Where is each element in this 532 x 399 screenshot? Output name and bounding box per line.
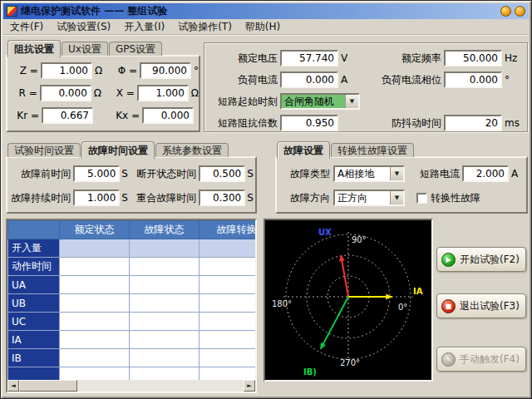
manual-trigger-button[interactable]: ✎ 手动触发(F4) — [436, 347, 526, 372]
table-cell[interactable] — [130, 294, 200, 313]
rated-voltage-unit: V — [338, 52, 355, 64]
table-cell[interactable] — [60, 276, 130, 294]
tab-gps-settings[interactable]: GPS设置 — [109, 42, 162, 56]
table-row[interactable]: UB — [8, 294, 258, 313]
table-cell[interactable] — [130, 239, 200, 258]
chevron-down-icon[interactable]: ▼ — [345, 95, 358, 108]
table-cell[interactable] — [130, 258, 200, 276]
tab-fault-time-settings[interactable]: 故障时间设置 — [81, 141, 155, 159]
start-icon: ▶ — [441, 253, 456, 267]
scroll-track[interactable] — [77, 380, 244, 392]
row-header: UC — [8, 313, 60, 331]
fault-duration-unit: S — [120, 192, 130, 204]
table-cell[interactable] — [130, 331, 200, 349]
menu-file[interactable]: 文件(F) — [3, 18, 50, 36]
rated-frequency-input[interactable] — [444, 50, 502, 66]
minimize-button[interactable] — [500, 6, 511, 17]
impedance-tabs: 阻抗设置 Ux设置 GPS设置 — [6, 39, 200, 56]
fault-tab-body: 故障类型 A相接地 ▼ 短路电流 A 故障方向 正方向 ▼ 转换性故障 — [275, 156, 528, 214]
fault-duration-input[interactable] — [73, 190, 120, 206]
chevron-down-icon[interactable]: ▼ — [390, 191, 403, 204]
phi-label: Φ = — [108, 65, 137, 76]
table-cell[interactable] — [60, 258, 130, 276]
table-cell[interactable] — [200, 276, 258, 294]
exit-test-button[interactable]: ■ 退出试验(F3) — [436, 293, 526, 318]
table-cell[interactable] — [200, 349, 258, 367]
table-row[interactable]: 开入量 — [8, 239, 258, 258]
phi-input[interactable] — [140, 62, 191, 79]
table-cell[interactable] — [60, 294, 130, 313]
short-current-input[interactable] — [462, 165, 509, 182]
checkbox-icon[interactable] — [416, 193, 427, 204]
tab-ux-settings[interactable]: Ux设置 — [62, 42, 108, 56]
convertible-fault-checkbox[interactable]: 转换性故障 — [416, 191, 480, 205]
tab-test-time-settings[interactable]: 试验时间设置 — [7, 143, 81, 157]
kx-input[interactable] — [142, 107, 194, 124]
row-header: IB — [8, 349, 60, 367]
deg180-label: 180° — [272, 299, 292, 308]
deg90-label: 90° — [352, 235, 367, 244]
table-row[interactable]: IB — [8, 349, 258, 367]
rated-voltage-input[interactable] — [280, 50, 338, 66]
table-cell[interactable] — [200, 313, 258, 331]
open-state-time-input[interactable] — [199, 165, 245, 182]
table-row[interactable]: 动作时间 — [8, 258, 258, 276]
table-cell[interactable] — [200, 258, 258, 276]
vector-diagram: UX 90° IA 0° 180° 270° IB) — [264, 219, 433, 382]
tab-impedance-settings[interactable]: 阻抗设置 — [7, 40, 61, 57]
x-input[interactable] — [137, 85, 189, 101]
table-cell[interactable] — [200, 331, 258, 349]
table-cell[interactable] — [60, 349, 130, 367]
ux-axis-label: UX — [318, 228, 332, 237]
load-current-input[interactable] — [280, 71, 338, 88]
tab-convertible-fault-settings[interactable]: 转换性故障设置 — [331, 143, 414, 157]
table-cell[interactable] — [200, 294, 258, 313]
start-test-button[interactable]: ▶ 开始试验(F2) — [436, 247, 526, 272]
ia-axis-label: IA — [413, 287, 423, 296]
debounce-input[interactable] — [444, 115, 502, 131]
impedance-ratio-input[interactable] — [280, 115, 338, 131]
menu-test-settings[interactable]: 试验设置(S) — [50, 18, 117, 36]
kr-label: Kr = — [14, 110, 39, 121]
table-cell[interactable] — [60, 331, 130, 349]
load-phase-input[interactable] — [444, 71, 502, 88]
z-input[interactable] — [41, 62, 92, 79]
timing-tab-body: 故障前时间 S 断开状态时间 S 故障持续时间 S 重合故障时间 S — [6, 156, 257, 214]
reclose-fault-time-input[interactable] — [199, 190, 245, 206]
tab-fault-settings[interactable]: 故障设置 — [277, 141, 330, 159]
pre-fault-time-unit: S — [120, 168, 130, 180]
menu-help[interactable]: 帮助(H) — [239, 18, 287, 36]
fault-direction-combo[interactable]: 正方向 ▼ — [333, 190, 405, 206]
short-start-label: 短路起始时刻 — [206, 95, 278, 109]
r-input[interactable] — [40, 85, 91, 101]
table-row[interactable]: UC — [8, 313, 258, 331]
table-cell[interactable] — [130, 349, 200, 367]
chevron-down-icon[interactable]: ▼ — [390, 167, 403, 180]
fault-direction-label: 故障方向 — [283, 191, 330, 205]
vector-ib — [321, 297, 348, 349]
start-test-label: 开始试验(F2) — [460, 253, 520, 267]
scroll-right-button[interactable]: ► — [244, 380, 255, 392]
col-fault-transfer: 故障转换 — [200, 221, 258, 239]
table-row[interactable]: IA — [8, 331, 258, 349]
load-current-label: 负荷电流 — [206, 73, 278, 87]
menu-test-operation[interactable]: 试验操作(T) — [171, 18, 239, 36]
vector-ia-arrowhead — [386, 294, 392, 300]
horizontal-scrollbar[interactable]: ◄ ► — [7, 380, 255, 392]
scroll-left-button[interactable]: ◄ — [7, 380, 19, 392]
short-start-combo[interactable]: 合闸角随机 ▼ — [280, 93, 360, 110]
table-cell[interactable] — [60, 239, 130, 258]
table-cell[interactable] — [130, 276, 200, 294]
menu-digital-inputs[interactable]: 开入量(I) — [117, 18, 171, 36]
scroll-thumb[interactable] — [19, 380, 77, 392]
fault-type-combo[interactable]: A相接地 ▼ — [333, 165, 405, 182]
close-button[interactable] — [515, 6, 525, 17]
table-cell[interactable] — [60, 313, 130, 331]
table-cell[interactable] — [130, 313, 200, 331]
kr-input[interactable] — [42, 107, 93, 124]
table-row[interactable]: UA — [8, 276, 258, 294]
reclose-fault-time-unit: S — [245, 192, 255, 204]
tab-system-parameter-settings[interactable]: 系统参数设置 — [155, 143, 229, 157]
pre-fault-time-input[interactable] — [73, 165, 120, 182]
table-cell[interactable] — [200, 239, 258, 258]
